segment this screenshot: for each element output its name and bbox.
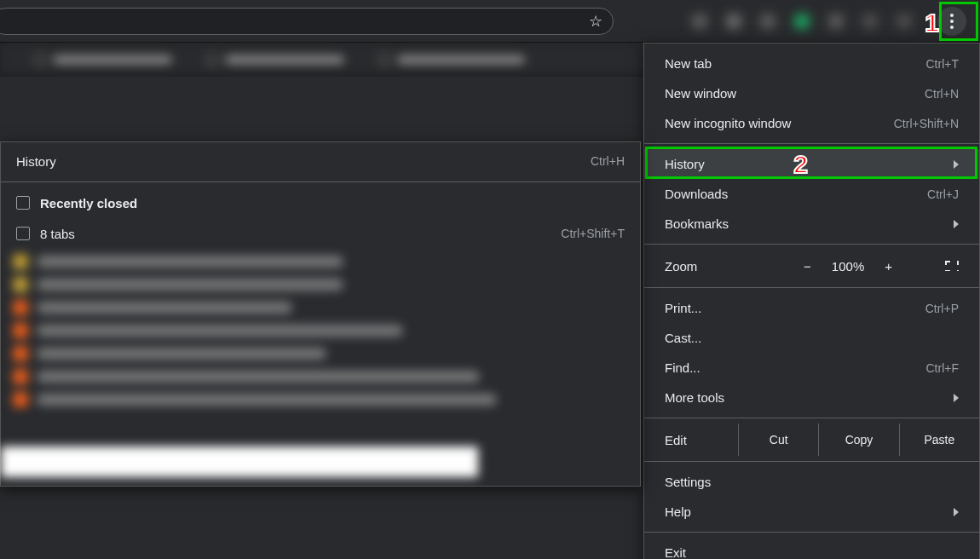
separator [644, 287, 979, 288]
extensions-blurred [692, 14, 912, 29]
bookmark-star-icon[interactable]: ☆ [589, 12, 602, 31]
menu-button[interactable] [937, 7, 966, 36]
omnibox[interactable]: ☆ [0, 8, 614, 35]
zoom-percent: 100% [832, 259, 864, 274]
menu-settings[interactable]: Settings [644, 467, 979, 497]
zoom-in-button[interactable]: + [885, 259, 892, 274]
bookmark-item[interactable] [378, 54, 525, 66]
annotation-number-2: 2 [793, 150, 808, 179]
menu-more-tools[interactable]: More tools [644, 383, 979, 412]
history-submenu: History Ctrl+H Recently closed 8 tabs Ct… [0, 141, 641, 487]
menu-new-incognito[interactable]: New incognito window Ctrl+Shift+N [644, 108, 979, 138]
menu-cast[interactable]: Cast... [644, 323, 979, 353]
submenu-history[interactable]: History Ctrl+H [1, 146, 640, 176]
fullscreen-icon[interactable] [945, 261, 959, 271]
menu-new-window[interactable]: New window Ctrl+N [644, 78, 979, 108]
submenu-recently-closed: Recently closed [1, 187, 640, 218]
separator [644, 532, 979, 533]
separator [644, 143, 979, 144]
main-menu: New tab Ctrl+T New window Ctrl+N New inc… [643, 43, 980, 559]
menu-downloads[interactable]: Downloads Ctrl+J [644, 179, 979, 209]
menu-help[interactable]: Help [644, 497, 979, 527]
vertical-dots-icon [950, 14, 954, 29]
menu-new-tab[interactable]: New tab Ctrl+T [644, 49, 979, 78]
separator [1, 182, 640, 182]
history-items-blurred [1, 249, 640, 412]
chevron-right-icon [954, 160, 959, 169]
bookmark-item[interactable] [206, 54, 344, 66]
separator [644, 244, 979, 245]
submenu-history-label: History [16, 154, 56, 169]
tab-icon [16, 196, 30, 210]
menu-print[interactable]: Print... Ctrl+P [644, 293, 979, 323]
menu-exit[interactable]: Exit [644, 538, 979, 559]
chevron-right-icon [954, 508, 959, 516]
menu-paste[interactable]: Paste [899, 424, 979, 456]
tabs-label: 8 tabs [40, 227, 75, 241]
separator [644, 461, 979, 462]
tabs-shortcut: Ctrl+Shift+T [561, 227, 625, 240]
address-bar: ☆ [0, 0, 980, 43]
recently-closed-label: Recently closed [40, 196, 137, 210]
zoom-out-button[interactable]: − [804, 259, 811, 274]
menu-edit-row: Edit Cut Copy Paste [644, 424, 979, 456]
annotation-number-1: 1 [925, 9, 939, 37]
chevron-right-icon [954, 220, 959, 228]
submenu-history-shortcut: Ctrl+H [591, 154, 625, 168]
menu-find[interactable]: Find... Ctrl+F [644, 353, 979, 383]
separator [644, 418, 979, 418]
tab-icon [16, 227, 30, 240]
bookmark-item[interactable] [34, 54, 172, 66]
blurred-bar [1, 447, 478, 477]
menu-bookmarks[interactable]: Bookmarks [644, 209, 979, 239]
menu-copy[interactable]: Copy [818, 424, 898, 456]
menu-history[interactable]: History [644, 149, 979, 179]
menu-zoom: Zoom − 100% + [644, 250, 979, 282]
chevron-right-icon [954, 394, 959, 402]
menu-cut[interactable]: Cut [738, 424, 818, 456]
submenu-tabs[interactable]: 8 tabs Ctrl+Shift+T [1, 218, 640, 249]
